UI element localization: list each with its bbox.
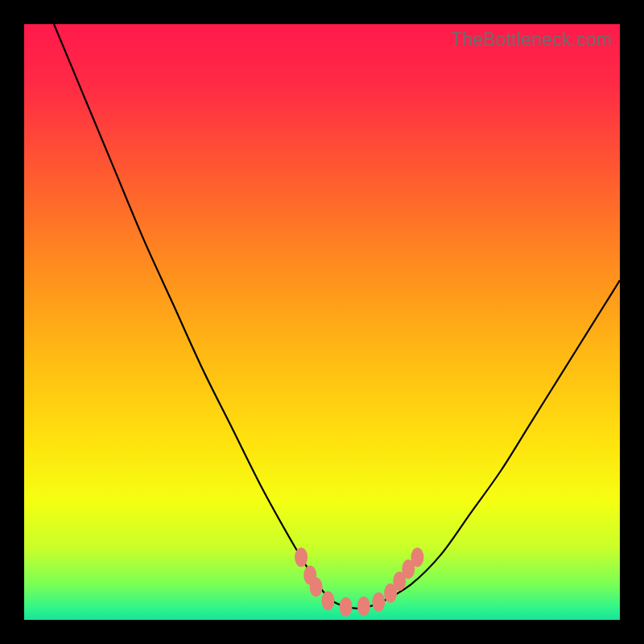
curve-marker [340,597,353,617]
curve-marker [372,592,385,612]
plot-area: TheBottleneck.com [24,24,620,620]
curve-marker [321,591,334,610]
curve-marker [295,547,308,567]
curve-marker [357,597,370,616]
curve-markers [24,24,620,620]
curve-marker [310,577,323,597]
curve-marker [411,547,423,567]
outer-frame: TheBottleneck.com [0,0,644,644]
